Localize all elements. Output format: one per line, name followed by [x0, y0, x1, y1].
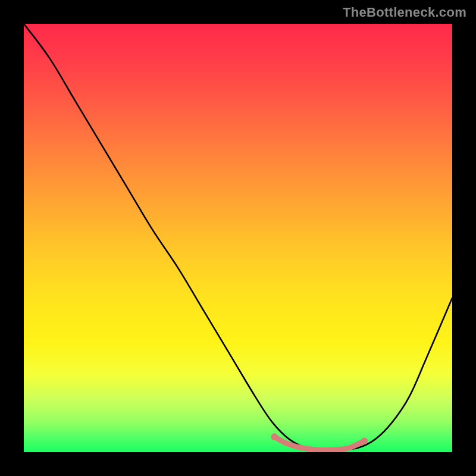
- plot-area: [24, 24, 452, 452]
- highlight-layer: [24, 24, 452, 452]
- optimal-range-highlight: [274, 437, 364, 450]
- watermark-text: TheBottleneck.com: [343, 5, 466, 20]
- curve-layer: [24, 24, 452, 452]
- chart-frame: TheBottleneck.com: [0, 0, 476, 476]
- optimal-range-end-dot: [361, 437, 368, 444]
- bottleneck-curve: [24, 24, 452, 450]
- optimal-range-start-dot: [271, 433, 278, 440]
